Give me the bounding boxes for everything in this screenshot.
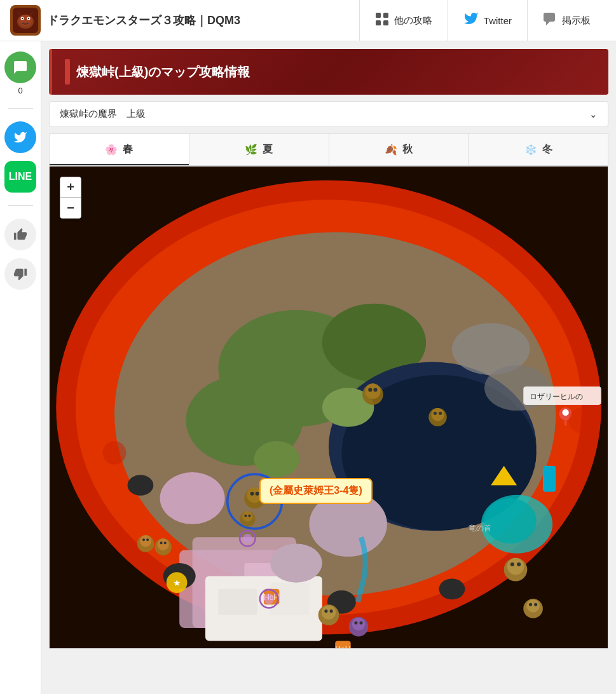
svg-point-6: [28, 18, 29, 19]
site-header: ドラクエモンスターズ３攻略｜DQM3 他の攻略 Twitter: [0, 0, 616, 41]
svg-text:HoH: HoH: [335, 645, 351, 648]
svg-point-63: [142, 538, 145, 541]
svg-text:竜の首: 竜の首: [469, 524, 491, 533]
svg-point-89: [526, 599, 539, 612]
banner-decoration: [65, 59, 70, 85]
svg-point-98: [324, 609, 327, 613]
svg-rect-41: [543, 466, 556, 492]
svg-rect-8: [383, 13, 388, 18]
site-logo: ドラクエモンスターズ３攻略｜DQM3: [10, 5, 240, 36]
svg-rect-26: [218, 589, 257, 615]
sidebar-chat-count: 0: [18, 86, 22, 95]
sidebar: 0 LINE: [0, 41, 41, 694]
logo-image: [10, 5, 41, 36]
svg-point-62: [140, 535, 151, 547]
svg-point-40: [484, 498, 537, 543]
dropdown-label: 煉獄峠の魔界 上級: [60, 108, 146, 120]
page-title: 煉獄峠(上級)のマップ攻略情報: [76, 64, 250, 81]
svg-rect-7: [376, 13, 381, 18]
tab-summer-label: 夏: [263, 143, 273, 156]
tab-spring-label: 春: [123, 143, 133, 156]
chat-icon: [543, 12, 557, 29]
svg-rect-9: [376, 20, 381, 25]
svg-text:★: ★: [173, 578, 181, 588]
zoom-in-btn[interactable]: +: [60, 177, 81, 198]
svg-point-37: [439, 579, 465, 600]
svg-point-64: [146, 538, 149, 541]
main-content: 煉獄峠(上級)のマップ攻略情報 煉獄峠の魔界 上級 ⌄ 🌸 春 🌿 夏 🍂 秋 …: [41, 41, 616, 694]
map-image: ★ ロザリーヒルの 竜の首 HoH HoH: [50, 167, 608, 648]
svg-point-30: [270, 543, 322, 582]
svg-point-49: [439, 412, 442, 415]
svg-point-54: [256, 492, 259, 496]
season-tabs: 🌸 春 🌿 夏 🍂 秋 ❄️ 冬: [49, 133, 608, 166]
sidebar-twitter-btn[interactable]: [4, 121, 36, 153]
svg-point-74: [563, 409, 569, 416]
summer-icon: 🌿: [245, 144, 257, 156]
svg-point-32: [254, 441, 299, 477]
grid-icon: [375, 12, 389, 29]
map-dropdown[interactable]: 煉獄峠の魔界 上級 ⌄: [49, 101, 608, 127]
svg-point-45: [373, 388, 377, 391]
svg-point-95: [359, 621, 362, 624]
twitter-icon: [463, 11, 479, 30]
nav-twitter[interactable]: Twitter: [448, 0, 527, 41]
svg-point-101: [569, 407, 595, 433]
autumn-icon: 🍂: [385, 144, 397, 156]
site-title: ドラクエモンスターズ３攻略｜DQM3: [47, 13, 240, 28]
svg-rect-11: [544, 13, 555, 22]
sidebar-dislike-btn[interactable]: [4, 258, 36, 290]
svg-point-97: [322, 605, 336, 619]
svg-point-57: [244, 514, 247, 517]
svg-point-44: [368, 388, 372, 391]
svg-point-5: [22, 18, 23, 19]
map-zoom-controls: + −: [60, 177, 81, 219]
svg-point-47: [431, 408, 444, 421]
svg-point-94: [354, 621, 357, 624]
svg-rect-10: [383, 20, 388, 25]
header-nav: 他の攻略 Twitter 掲示板: [359, 0, 606, 41]
nav-twitter-label: Twitter: [484, 15, 512, 26]
tab-autumn-label: 秋: [402, 143, 413, 156]
nav-bulletin-label: 掲示板: [562, 15, 591, 27]
svg-marker-12: [546, 22, 550, 25]
chevron-down-icon: ⌄: [589, 109, 598, 120]
page-layout: 0 LINE 煉獄峠(上級)のマップ攻略情報: [0, 41, 616, 694]
svg-point-83: [264, 594, 274, 604]
tab-winter-label: 冬: [542, 143, 552, 156]
svg-point-48: [434, 412, 437, 415]
svg-point-99: [330, 609, 333, 613]
svg-point-43: [365, 383, 381, 399]
sidebar-chat-btn[interactable]: [4, 51, 36, 83]
tab-winter[interactable]: ❄️ 冬: [469, 134, 608, 165]
svg-point-85: [507, 558, 524, 575]
svg-point-87: [517, 562, 521, 566]
spring-icon: 🌸: [105, 144, 118, 156]
svg-text:ロザリーヒルの: ロザリーヒルの: [530, 392, 583, 401]
tab-autumn[interactable]: 🍂 秋: [329, 134, 469, 165]
svg-point-86: [510, 562, 514, 566]
svg-point-58: [248, 514, 250, 517]
svg-point-91: [534, 603, 537, 606]
svg-point-53: [250, 492, 254, 496]
svg-point-67: [160, 541, 163, 544]
tab-spring[interactable]: 🌸 春: [50, 134, 189, 165]
svg-point-60: [243, 534, 252, 543]
winter-icon: ❄️: [524, 144, 537, 156]
svg-point-90: [529, 603, 532, 606]
nav-other-guide[interactable]: 他の攻略: [359, 0, 448, 41]
sidebar-divider-1: [8, 108, 33, 109]
tab-summer[interactable]: 🌿 夏: [189, 134, 329, 165]
svg-point-93: [352, 618, 365, 630]
svg-point-68: [164, 541, 167, 544]
sidebar-line-btn[interactable]: LINE: [4, 161, 36, 193]
sidebar-divider-2: [8, 205, 33, 206]
sidebar-like-btn[interactable]: [4, 219, 36, 250]
zoom-out-btn[interactable]: −: [60, 198, 81, 218]
svg-point-56: [242, 511, 252, 521]
svg-point-66: [157, 538, 168, 550]
map-container[interactable]: + −: [49, 166, 608, 649]
svg-point-100: [103, 441, 127, 465]
nav-bulletin[interactable]: 掲示板: [527, 0, 606, 41]
map-tooltip: (金屬史萊姆王3-4隻): [259, 478, 373, 504]
